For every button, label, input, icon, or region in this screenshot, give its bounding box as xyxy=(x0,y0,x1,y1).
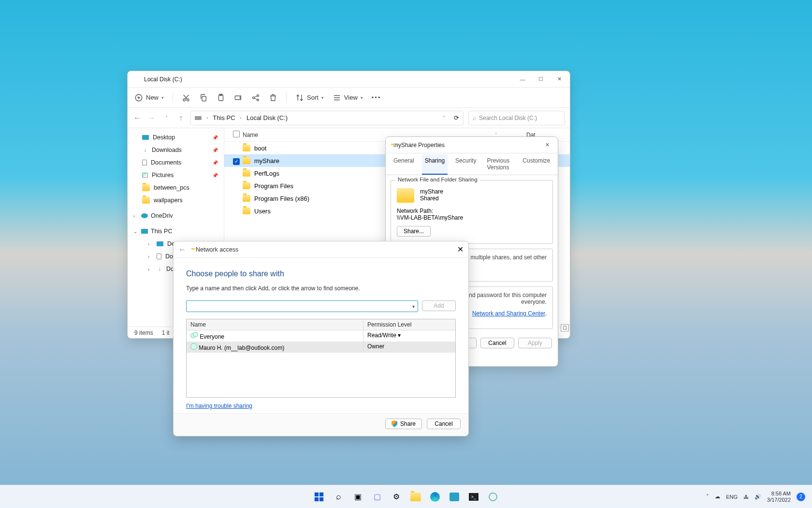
close-button[interactable]: ✕ xyxy=(541,139,553,151)
rename-icon[interactable] xyxy=(234,93,243,102)
volume-tray-icon[interactable]: 🔊 xyxy=(754,493,761,500)
downloads-icon: ↓ xyxy=(142,147,148,153)
new-button[interactable]: New ▾ xyxy=(134,93,164,102)
taskbar-app-cortana[interactable] xyxy=(485,489,501,505)
chevron-down-icon[interactable]: ˅ xyxy=(443,115,445,120)
network-sharing-center-link[interactable]: Network and Sharing Center xyxy=(472,310,545,317)
explorer-titlebar[interactable]: Local Disk (C:) ― ☐ ✕ xyxy=(128,71,570,88)
sidebar-section-onedrive[interactable]: ›OneDriv xyxy=(128,209,224,222)
tab-general[interactable]: General xyxy=(391,154,417,175)
checkbox-checked-icon[interactable]: ✓ xyxy=(233,158,240,165)
list-item[interactable]: Everyone Read/Write ▾ xyxy=(187,330,455,342)
sidebar-item-between-pcs[interactable]: between_pcs xyxy=(128,181,224,194)
back-icon[interactable]: ← xyxy=(178,245,186,254)
sidebar-section-thispc[interactable]: ⌄This PC xyxy=(128,225,224,238)
crumb-thispc[interactable]: This PC xyxy=(213,114,235,121)
wizard-header[interactable]: ← Network access ✕ xyxy=(174,241,468,258)
search-placeholder: Search Local Disk (C:) xyxy=(479,115,537,121)
explorer-toolbar: New ▾ Sort ▾ View ▾ ••• xyxy=(128,88,570,108)
group-icon xyxy=(190,332,198,339)
tab-previous-versions[interactable]: Previous Versions xyxy=(484,154,515,175)
sidebar-item-documents[interactable]: Documents📌 xyxy=(128,156,224,169)
taskbar-app-chat[interactable]: ▢ xyxy=(369,489,385,505)
wizard-title-small: Network access xyxy=(196,246,238,253)
add-button[interactable]: Add xyxy=(422,300,456,311)
select-all-checkbox[interactable] xyxy=(233,131,243,139)
properties-title: myShare Properties xyxy=(393,142,445,149)
taskbar-app-terminal[interactable]: >_ xyxy=(466,489,481,505)
cancel-button[interactable]: Cancel xyxy=(480,338,514,348)
trouble-sharing-link[interactable]: I'm having trouble sharing xyxy=(186,403,252,409)
notification-badge[interactable]: 2 xyxy=(797,493,805,501)
share-state: Shared xyxy=(420,195,443,202)
sidebar-item-downloads[interactable]: ↓Downloads📌 xyxy=(128,144,224,156)
share-button[interactable]: Share xyxy=(385,418,422,429)
close-button[interactable]: ✕ xyxy=(553,74,565,85)
folder-icon xyxy=(410,493,421,501)
search-icon: ⌕ xyxy=(336,492,341,502)
onedrive-tray-icon[interactable]: ☁ xyxy=(715,493,720,500)
cut-icon[interactable] xyxy=(182,93,190,102)
language-indicator[interactable]: ENG xyxy=(726,494,738,500)
tab-customize[interactable]: Customize xyxy=(520,154,553,175)
clock[interactable]: 8:58 AM 3/17/2022 xyxy=(767,491,791,503)
folder-icon xyxy=(243,170,250,177)
network-tray-icon[interactable]: 🖧 xyxy=(743,494,749,500)
cancel-button[interactable]: Cancel xyxy=(427,418,461,429)
sidebar-item-pictures[interactable]: Pictures📌 xyxy=(128,169,224,181)
tray-chevron-icon[interactable]: ˄ xyxy=(706,493,709,500)
chevron-down-icon[interactable]: ˅ xyxy=(161,113,171,123)
store-icon xyxy=(450,493,459,501)
close-button[interactable]: ✕ xyxy=(457,245,464,254)
taskbar-app-store[interactable] xyxy=(447,489,462,505)
taskbar-app-settings[interactable]: ⚙ xyxy=(389,489,404,505)
properties-titlebar[interactable]: myShare Properties ✕ xyxy=(386,137,558,153)
apply-button[interactable]: Apply xyxy=(518,338,552,348)
refresh-icon[interactable]: ⟳ xyxy=(454,114,459,121)
folder-icon xyxy=(243,145,250,151)
name-input[interactable]: ▾ xyxy=(186,300,418,312)
share-icon[interactable] xyxy=(251,93,260,102)
start-button[interactable] xyxy=(311,489,327,505)
user-icon xyxy=(190,343,197,350)
tab-sharing[interactable]: Sharing xyxy=(422,154,448,175)
sidebar-item-desktop[interactable]: Desktop📌 xyxy=(128,131,224,144)
permission-dropdown[interactable]: Read/Write ▾ xyxy=(363,330,455,342)
search-button[interactable]: ⌕ xyxy=(331,489,346,505)
gear-icon: ⚙ xyxy=(393,492,400,501)
network-path-label: Network Path: xyxy=(397,208,547,214)
breadcrumb[interactable]: › This PC › Local Disk (C:) ˅ ⟳ xyxy=(190,111,464,125)
chevron-down-icon[interactable]: ▾ xyxy=(412,304,415,309)
back-button[interactable]: ← xyxy=(132,113,142,123)
taskbar-app-explorer[interactable] xyxy=(408,489,423,505)
search-input[interactable]: ⌕ Search Local Disk (C:) xyxy=(468,111,565,125)
paste-icon[interactable] xyxy=(217,93,225,102)
tab-security[interactable]: Security xyxy=(452,154,479,175)
share-button[interactable]: Share... xyxy=(397,226,431,237)
cortana-icon xyxy=(489,493,497,501)
chevron-down-icon: ▾ xyxy=(361,95,363,100)
view-button[interactable]: View ▾ xyxy=(333,93,363,102)
column-name[interactable]: Name xyxy=(187,319,363,330)
forward-button[interactable]: → xyxy=(147,113,157,123)
folder-icon xyxy=(243,208,250,214)
sidebar-item-wallpapers[interactable]: wallpapers xyxy=(128,194,224,207)
copy-icon[interactable] xyxy=(199,93,208,102)
task-view-button[interactable]: ▣ xyxy=(350,489,365,505)
up-button[interactable]: ↑ xyxy=(176,113,186,123)
taskbar: ⌕ ▣ ▢ ⚙ >_ ˄ ☁ ENG 🖧 🔊 8:58 AM 3/17/2022… xyxy=(0,485,812,508)
taskbar-app-edge[interactable] xyxy=(427,489,443,505)
column-permission[interactable]: Permission Level xyxy=(363,319,455,330)
minimize-button[interactable]: ― xyxy=(517,74,528,85)
crumb-drive[interactable]: Local Disk (C:) xyxy=(246,114,288,121)
sort-button[interactable]: Sort ▾ xyxy=(295,93,324,102)
list-item-selected[interactable]: Mauro H. (m__lab@outlook.com) Owner xyxy=(187,342,455,353)
edge-icon xyxy=(430,492,440,502)
pin-icon: 📌 xyxy=(212,148,218,153)
delete-icon[interactable] xyxy=(269,93,277,102)
more-icon[interactable]: ••• xyxy=(372,94,381,101)
view-mode-button[interactable]: ☐ xyxy=(561,323,569,331)
maximize-button[interactable]: ☐ xyxy=(535,74,547,85)
system-tray: ˄ ☁ ENG 🖧 🔊 8:58 AM 3/17/2022 2 xyxy=(706,491,812,503)
status-items: 9 items xyxy=(134,329,153,336)
